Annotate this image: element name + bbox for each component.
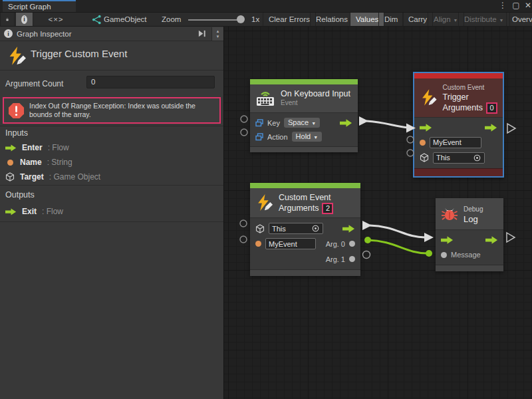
zoom-slider-track[interactable] (188, 19, 243, 21)
target-field[interactable]: This (269, 223, 323, 234)
node-on-keyboard-input[interactable]: On Keyboard Input Event Key Space▼ Actio… (250, 79, 358, 152)
external-port-circle[interactable] (241, 116, 247, 122)
node-title: Log (464, 214, 483, 224)
zoom-slider-handle[interactable] (237, 15, 245, 23)
enter-input-port[interactable] (420, 124, 432, 132)
bug-icon (441, 205, 458, 223)
lock-button[interactable] (0, 13, 15, 26)
unity-visual-scripting-window: Script Graph ⋮ ▢ ✕ i <×> GameObject Zoom… (0, 0, 532, 399)
external-port-circle[interactable] (241, 129, 247, 136)
graph-toolbar: i <×> GameObject Zoom 1x Clear Errors Re… (0, 12, 532, 27)
arg0-output-port[interactable] (349, 241, 355, 247)
node-footer (414, 168, 503, 176)
dock-panel-icon[interactable] (198, 29, 206, 38)
chevron-down-icon: ▼ (454, 18, 458, 23)
node-trigger-custom-event[interactable]: Custom Event Trigger Arguments 0 MyEvent (413, 72, 504, 178)
argument-count-input[interactable]: 0 (86, 76, 215, 88)
inputs-header: Inputs (5, 128, 28, 138)
outputs-header: Outputs (5, 190, 35, 200)
node-category: Debug (464, 204, 483, 214)
string-port-icon[interactable] (255, 241, 261, 247)
setting-icon (255, 133, 263, 141)
window-maximize-icon[interactable]: ▢ (511, 1, 521, 11)
key-label: Key (267, 119, 280, 127)
graph-canvas[interactable]: On Keyboard Input Event Key Space▼ Actio… (224, 27, 532, 399)
external-port-circle[interactable] (363, 251, 370, 259)
info-icon: i (4, 29, 13, 38)
wire-end-arrow (424, 233, 434, 242)
object-picker-icon[interactable] (311, 224, 320, 233)
trigger-output-port[interactable] (340, 119, 352, 127)
wire-start-arrow (359, 116, 368, 126)
graph-inspector-panel: i Graph Inspector ▲ ▼ Trigger Custom Eve… (0, 27, 224, 399)
arg0-label: Arg. 0 (326, 240, 345, 248)
gameobject-port-icon[interactable] (420, 153, 429, 162)
node-title: On Keyboard Input (281, 89, 350, 98)
trigger-output-port[interactable] (342, 225, 355, 233)
node-custom-event[interactable]: Custom Event Arguments 2 This (250, 183, 360, 276)
wire-end-dot (426, 250, 432, 257)
zoom-label: Zoom (162, 13, 181, 26)
argument-count-label: Argument Count (5, 79, 63, 88)
output-row-exit: Exit: Flow (5, 205, 63, 218)
arguments-count-field[interactable]: 2 (322, 203, 333, 214)
exit-output-port[interactable] (485, 124, 497, 132)
custom-event-icon (255, 194, 273, 212)
window-menu-icon[interactable]: ⋮ (497, 1, 508, 11)
object-picker-icon[interactable] (473, 154, 481, 162)
divider (0, 126, 223, 126)
code-view-button[interactable]: <×> (39, 13, 73, 26)
node-debug-log[interactable]: Debug Log Message (436, 198, 503, 271)
node-footer (250, 269, 360, 276)
chevron-down-icon: ▼ (311, 121, 316, 126)
inspector-toggle-button[interactable]: i (15, 13, 33, 26)
spin-down-icon[interactable]: ▼ (216, 34, 220, 39)
custom-event-icon (7, 47, 27, 66)
exit-output-port[interactable] (485, 236, 498, 244)
external-port-circle[interactable] (240, 220, 247, 227)
divider (0, 70, 223, 70)
error-color-bar (414, 73, 503, 78)
event-name-field[interactable]: MyEvent (430, 137, 481, 148)
error-octagon-icon (8, 102, 25, 119)
string-port-icon[interactable] (420, 140, 426, 146)
key-dropdown[interactable]: Space▼ (284, 118, 320, 128)
action-label: Action (267, 133, 288, 141)
target-field[interactable]: This (433, 152, 485, 164)
zoom-value: 1x (251, 13, 259, 26)
tab-bar: Script Graph ⋮ ▢ ✕ (0, 0, 532, 12)
node-footer (250, 146, 358, 152)
node-title: Trigger (443, 92, 497, 102)
tab-script-graph[interactable]: Script Graph (3, 0, 76, 12)
arg1-label: Arg. 1 (326, 255, 345, 263)
error-message-box: Index Out Of Range Exception: Index was … (3, 97, 221, 124)
external-port-circle[interactable] (240, 236, 247, 243)
enter-input-port[interactable] (441, 236, 454, 244)
node-title: Custom Event (279, 192, 333, 203)
overview-button[interactable]: Overv (506, 13, 532, 26)
spin-up-icon[interactable]: ▲ (216, 29, 220, 34)
message-input-port[interactable] (441, 252, 447, 258)
code-icon: <×> (48, 15, 63, 23)
dim-button[interactable]: Dim (378, 13, 404, 26)
action-dropdown[interactable]: Hold▼ (292, 132, 323, 142)
string-port-icon (7, 160, 13, 166)
gameobject-label[interactable]: GameObject (104, 13, 147, 26)
flow-continue-icon (507, 124, 515, 133)
clear-errors-button[interactable]: Clear Errors (263, 13, 316, 26)
arguments-count-field[interactable]: 0 (486, 102, 497, 114)
gameobject-port-icon[interactable] (255, 224, 265, 233)
error-message-text: Index Out Of Range Exception: Index was … (29, 102, 215, 119)
graph-inspector-header: i Graph Inspector ▲ ▼ (0, 27, 223, 41)
inspector-node-title: Trigger Custom Event (31, 48, 127, 59)
setting-icon (255, 119, 263, 127)
event-color-bar (250, 79, 358, 84)
relations-button[interactable]: Relations (310, 13, 354, 26)
gameobject-icon (91, 13, 102, 26)
event-name-field[interactable]: MyEvent (265, 238, 316, 249)
flow-continue-icon (507, 233, 515, 242)
arg1-output-port[interactable] (349, 256, 355, 262)
distribute-button[interactable]: Distribute▼ (458, 13, 510, 26)
wire-value-arg0-to-message (368, 240, 428, 253)
window-close-icon[interactable]: ✕ (523, 1, 532, 11)
